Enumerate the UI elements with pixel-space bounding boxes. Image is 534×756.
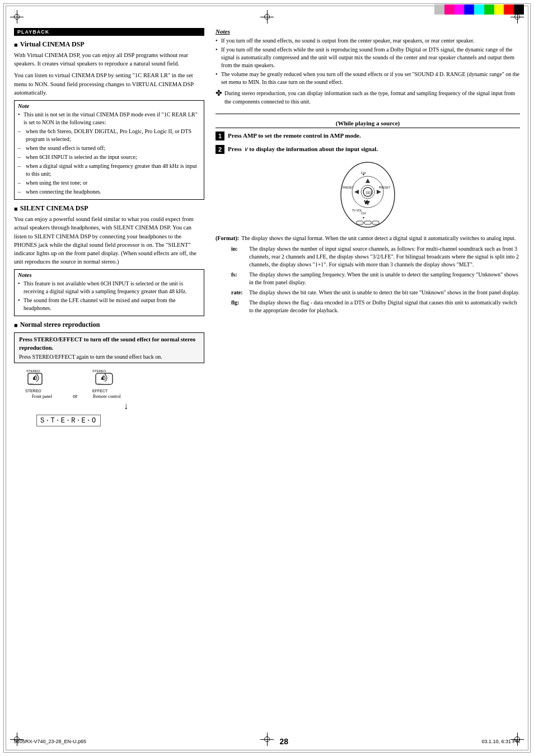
svg-marker-11: [366, 179, 370, 183]
stereo-instruction-bold: Press STEREO/EFFECT to turn off the soun…: [19, 336, 199, 352]
flg-label: flg:: [231, 299, 247, 307]
signal-info: (Format): The display shows the signal f…: [216, 234, 520, 314]
step-1-number: 1: [216, 132, 224, 140]
virtual-cinema-heading: Virtual CINEMA DSP: [14, 40, 204, 49]
arrow-down: ↓: [48, 401, 204, 411]
format-desc: The display shows the signal format. Whe…: [241, 234, 520, 242]
crosshair-top-left: [10, 10, 24, 24]
while-playing-heading: (While playing a source): [216, 120, 520, 128]
notes-silent-cinema: Notes This feature is not available when…: [14, 269, 204, 316]
svg-text:STEREO: STEREO: [92, 369, 106, 373]
virtual-cinema-para1: With Virtual CINEMA DSP, you can enjoy a…: [14, 51, 204, 68]
in-label: in:: [231, 245, 247, 253]
rate-row: rate: The display shows the bit rate. Wh…: [231, 289, 520, 297]
notes-right-title: Notes: [216, 28, 520, 35]
note-virtual-item-1: This unit is not set in the virtual CINE…: [18, 111, 200, 126]
step-2-symbol: ∨: [243, 145, 248, 152]
front-panel-label: Front panel: [32, 394, 53, 399]
step-2-text: Press ∨ to display the information about…: [228, 145, 520, 153]
page-footer: 0105RX-V740_23-28_EN-U.p65 28 03.1.10, 6…: [14, 737, 520, 746]
svg-text:▲: ▲: [362, 172, 365, 176]
notes-silent-item-2: The sound from the LFE channel will be m…: [18, 297, 200, 312]
svg-text:EFFECT: EFFECT: [92, 389, 108, 393]
notes-silent-title: Notes: [18, 272, 200, 278]
remote-control-diagram: STEREO EFFECT Remote control: [91, 368, 122, 399]
remote-control-svg: SEL CH ▲ CH ▼ PRESET PRESET TV VOL: [329, 158, 407, 231]
left-column: PLAYBACK Virtual CINEMA DSP With Virtual…: [14, 28, 204, 728]
virtual-cinema-para2: You can listen to virtual CINEMA DSP by …: [14, 71, 204, 97]
step-2-number: 2: [216, 145, 224, 154]
note-virtual-cinema: Note This unit is not set in the virtual…: [14, 100, 204, 200]
note-virtual-list: This unit is not set in the virtual CINE…: [18, 111, 200, 196]
note-virtual-item-7: when connecting the headphones.: [18, 188, 200, 196]
remote-icon: STEREO EFFECT: [91, 368, 122, 393]
note-right-item-3: The volume may be greatly reduced when y…: [216, 71, 520, 86]
step-1: 1 Press AMP to set the remote control in…: [216, 132, 520, 140]
svg-text:▼: ▼: [362, 216, 365, 219]
svg-rect-4: [96, 373, 113, 384]
svg-text:STEREO: STEREO: [26, 369, 40, 373]
stereo-display-area: S·T·E·R·E·O: [36, 414, 204, 426]
svg-text:∨: ∨: [363, 198, 368, 206]
rate-desc: The display shows the bit rate. When the…: [249, 289, 520, 297]
playback-header: PLAYBACK: [14, 28, 204, 36]
flg-desc: The display shows the flag - data encode…: [249, 299, 520, 314]
right-column: Notes If you turn off the sound effects,…: [216, 28, 520, 728]
rate-label: rate:: [231, 289, 247, 297]
stereo-instruction-box: Press STEREO/EFFECT to turn off the soun…: [14, 332, 204, 363]
note-virtual-item-5: when a digital signal with a sampling fr…: [18, 162, 200, 178]
step-2-post: to display the information about the inp…: [249, 145, 378, 152]
tip-icon: ✤: [216, 90, 222, 97]
step-2: 2 Press ∨ to display the information abo…: [216, 145, 520, 154]
crosshair-top-center: [260, 10, 274, 24]
remote-label: Remote control: [93, 394, 121, 399]
step-2-press: Press: [228, 145, 242, 152]
svg-marker-14: [377, 190, 381, 194]
notes-right-list: If you turn off the sound effects, no so…: [216, 37, 520, 86]
svg-rect-22: [357, 221, 363, 224]
tip-section: ✤ During stereo reproduction, you can di…: [216, 90, 520, 109]
svg-text:STEREO: STEREO: [25, 389, 41, 393]
note-virtual-item-3: when the sound effect is turned off;: [18, 144, 200, 152]
svg-text:PRESET: PRESET: [379, 186, 390, 189]
section-divider: [216, 114, 520, 114]
notes-right-section: Notes If you turn off the sound effects,…: [216, 28, 520, 86]
svg-text:SEL: SEL: [366, 191, 373, 195]
note-virtual-title: Note: [18, 103, 200, 109]
note-right-item-2: If you turn off the sound effects while …: [216, 46, 520, 69]
note-virtual-item-4: when 6CH INPUT is selected as the input …: [18, 153, 200, 161]
color-registration-bar: [434, 4, 524, 15]
svg-text:PRESET: PRESET: [343, 186, 354, 189]
notes-silent-list: This feature is not available when 6CH I…: [18, 280, 200, 312]
svg-rect-24: [372, 221, 379, 224]
front-panel-icon: STEREO STEREO: [25, 368, 59, 393]
in-desc: The display shows the number of input si…: [249, 245, 520, 269]
svg-rect-23: [364, 221, 371, 224]
fs-row: fs: The display shows the sampling frequ…: [231, 271, 520, 287]
silent-cinema-heading: SILENT CINEMA DSP: [14, 204, 204, 213]
svg-marker-13: [354, 190, 359, 194]
note-virtual-item-2: when the 6ch Stereo, DOLBY DIGITAL, Pro …: [18, 128, 200, 143]
stereo-instruction-sub: Press STEREO/EFFECT again to turn the so…: [19, 354, 199, 360]
stereo-diagram-row: STEREO STEREO Front panel or: [25, 368, 204, 399]
footer-date: 03.1.10, 6:31 PM: [481, 739, 520, 744]
svg-point-6: [341, 162, 395, 227]
page-number: 28: [279, 737, 288, 746]
virtual-cinema-section: Virtual CINEMA DSP With Virtual CINEMA D…: [14, 40, 204, 97]
front-panel-diagram: STEREO STEREO Front panel: [25, 368, 59, 399]
silent-cinema-section: SILENT CINEMA DSP You can enjoy a powerf…: [14, 204, 204, 266]
format-label: (Format):: [216, 234, 239, 243]
in-row: in: The display shows the number of inpu…: [231, 245, 520, 269]
note-virtual-item-6: when using the test tone; or: [18, 179, 200, 187]
tip-text: During stereo reproduction, you can disp…: [224, 90, 520, 106]
normal-stereo-section: Normal stereo reproduction Press STEREO/…: [14, 321, 204, 426]
normal-stereo-heading: Normal stereo reproduction: [14, 321, 204, 329]
fs-desc: The display shows the sampling frequency…: [249, 271, 520, 287]
silent-cinema-para: You can enjoy a powerful sound field sim…: [14, 215, 204, 266]
flg-row: flg: The display shows the flag - data e…: [231, 299, 520, 314]
remote-diagram-area: SEL CH ▲ CH ▼ PRESET PRESET TV VOL: [216, 158, 520, 231]
fs-label: fs:: [231, 271, 247, 279]
notes-silent-item-1: This feature is not available when 6CH I…: [18, 280, 200, 295]
or-divider: or: [73, 393, 77, 399]
format-row: (Format): The display shows the signal f…: [216, 234, 520, 243]
